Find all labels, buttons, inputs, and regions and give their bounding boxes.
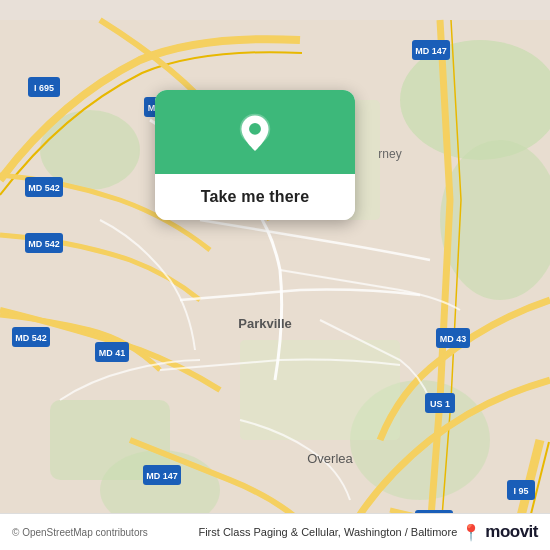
location-pin-icon [233, 112, 277, 156]
map-container: I 695 MD 41 MD 147 MD 542 MD 542 MD 542 … [0, 0, 550, 550]
osm-copyright: © OpenStreetMap contributors [12, 527, 148, 538]
app-location-name: First Class Paging & Cellular, Washingto… [198, 526, 457, 538]
svg-text:MD 542: MD 542 [15, 333, 47, 343]
bottom-bar-right: First Class Paging & Cellular, Washingto… [198, 522, 538, 542]
svg-point-38 [249, 123, 261, 135]
svg-text:US 1: US 1 [430, 399, 450, 409]
popup-card: Take me there [155, 90, 355, 220]
svg-rect-8 [240, 340, 400, 440]
moovit-pin-icon: 📍 [461, 523, 481, 542]
svg-text:MD 147: MD 147 [415, 46, 447, 56]
svg-text:rney: rney [378, 147, 401, 161]
svg-text:MD 147: MD 147 [146, 471, 178, 481]
popup-icon-area [155, 90, 355, 174]
bottom-bar-left: © OpenStreetMap contributors [12, 527, 148, 538]
svg-text:MD 41: MD 41 [99, 348, 126, 358]
svg-text:Parkville: Parkville [238, 316, 292, 331]
svg-text:Overlea: Overlea [307, 451, 353, 466]
svg-text:I 695: I 695 [34, 83, 54, 93]
svg-text:MD 542: MD 542 [28, 239, 60, 249]
moovit-brand: moovit [485, 522, 538, 542]
bottom-bar: © OpenStreetMap contributors First Class… [0, 513, 550, 550]
map-background: I 695 MD 41 MD 147 MD 542 MD 542 MD 542 … [0, 0, 550, 550]
take-me-there-button[interactable]: Take me there [155, 174, 355, 220]
svg-text:MD 43: MD 43 [440, 334, 467, 344]
svg-text:I 95: I 95 [513, 486, 528, 496]
svg-text:MD 542: MD 542 [28, 183, 60, 193]
